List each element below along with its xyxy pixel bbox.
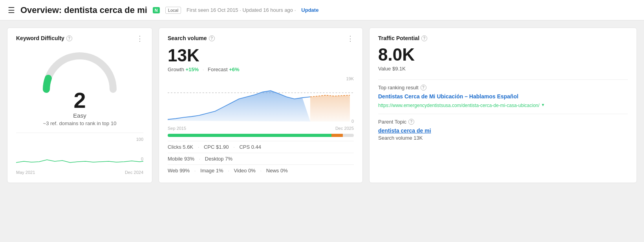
sv-chart-svg: [168, 76, 354, 124]
sv-mobile-value: 93%: [184, 156, 194, 162]
sv-row-content: Web 99% · Image 1% · Video 0% · News 0%: [168, 164, 354, 176]
sv-clicks-value: 5.6K: [183, 144, 193, 150]
sv-axis-end: Dec 2025: [335, 126, 354, 131]
tp-title: Traffic Potential ?: [378, 35, 427, 41]
tp-value: $9.1K: [392, 66, 406, 72]
tp-parent-topic-sub: Search volume 13K: [378, 135, 628, 141]
sv-image-label: Image: [200, 168, 214, 174]
tp-top-ranking-url[interactable]: https://www.emergencydentistsusa.com/den…: [378, 102, 628, 109]
sv-forecast-value: +6%: [229, 67, 239, 72]
sv-min-label: 0: [351, 119, 354, 124]
tp-card-header: Traffic Potential ?: [378, 35, 628, 41]
kd-sub-label: ~3 ref. domains to rank in top 10: [43, 120, 117, 126]
sv-growth-label: Growth: [168, 67, 184, 72]
tp-parent-sub-label: Search volume: [378, 135, 412, 141]
tp-url-text: https://www.emergencydentistsusa.com/den…: [378, 102, 540, 109]
search-volume-card: Search volume ? ⋮ 13K Growth +15% · Fore…: [159, 28, 363, 183]
tp-help-icon[interactable]: ?: [421, 35, 427, 41]
kd-gauge: 2 Easy ~3 ref. domains to rank in top 10: [16, 46, 143, 133]
kd-label: Easy: [73, 112, 86, 119]
traffic-potential-card: Traffic Potential ? 8.0K Value $9.1K Top…: [369, 28, 637, 183]
sv-chart-axis-labels: Sep 2015 Dec 2025: [168, 126, 354, 131]
sv-forecast-label: Forecast: [208, 67, 228, 72]
tp-parent-sub-value: 13K: [413, 135, 423, 141]
sv-video-label: Video: [234, 168, 247, 174]
tp-value-line: Value $9.1K: [378, 66, 628, 72]
tp-top-ranking-help-icon[interactable]: ?: [421, 85, 426, 91]
kd-title: Keyword Difficulty ?: [16, 35, 72, 41]
sv-cps-label: CPS: [239, 144, 250, 150]
sv-title: Search volume ?: [168, 35, 215, 41]
sv-image-value: 1%: [216, 168, 223, 174]
update-button[interactable]: Update: [301, 7, 318, 13]
gauge-svg: [37, 46, 123, 93]
sv-cpc-label: CPC: [204, 144, 214, 150]
header: ☰ Overview: dentista cerca de mi N Local…: [0, 0, 644, 20]
sv-news-value: 0%: [280, 168, 288, 174]
kd-score: 2: [73, 89, 86, 111]
sv-progress-green: [168, 134, 331, 137]
tp-value-label: Value: [378, 66, 391, 72]
sv-growth-value: +15%: [186, 67, 199, 72]
page-title: Overview: dentista cerca de mi: [20, 5, 147, 15]
kd-line-chart-svg: [16, 141, 143, 166]
sv-help-icon[interactable]: ?: [209, 35, 215, 41]
tp-parent-help-icon[interactable]: ?: [408, 119, 414, 125]
tp-parent-topic-label: Parent Topic: [378, 119, 406, 125]
badge-n: N: [153, 7, 160, 13]
tp-parent-topic-section: Parent Topic ? dentista cerca de mi Sear…: [378, 114, 628, 141]
tp-top-ranking-link[interactable]: Dentistas Cerca de Mi Ubicación – Hablam…: [378, 93, 628, 101]
sv-cpc-value: $1.90: [216, 144, 229, 150]
sv-chart-container: 19K: [168, 76, 354, 124]
kd-bottom-section: 100 0 May 2021 Dec 2024: [16, 133, 143, 175]
sv-growth-line: Growth +15% · Forecast +6%: [168, 67, 354, 72]
kd-min-label: 0: [141, 157, 143, 161]
sv-row-clicks: Clicks 5.6K · CPC $1.90 · CPS 0.44: [168, 141, 354, 153]
keyword-difficulty-card: Keyword Difficulty ? ⋮ 2 Easy ~3 ref. do…: [7, 28, 152, 183]
sv-progress-orange: [331, 134, 342, 137]
kd-help-icon[interactable]: ?: [66, 35, 72, 41]
tp-top-ranking-title: Top ranking result ?: [378, 85, 628, 91]
tp-big-number: 8.0K: [378, 45, 628, 64]
tp-top-ranking-section: Top ranking result ? Dentistas Cerca de …: [378, 79, 628, 109]
sv-progress-bar: [168, 134, 354, 137]
kd-axis: May 2021 Dec 2024: [16, 170, 143, 175]
sv-menu-icon[interactable]: ⋮: [347, 35, 354, 42]
tp-url-dropdown-icon[interactable]: ▼: [541, 102, 545, 108]
kd-chart: 100 0: [16, 137, 143, 168]
hamburger-icon[interactable]: ☰: [8, 6, 15, 15]
sv-video-value: 0%: [248, 168, 256, 174]
tp-parent-topic-title: Parent Topic ?: [378, 119, 628, 125]
header-meta: First seen 16 Oct 2015 · Updated 16 hour…: [187, 7, 296, 13]
main-content: Keyword Difficulty ? ⋮ 2 Easy ~3 ref. do…: [0, 20, 644, 190]
sv-desktop-label: Desktop: [205, 156, 224, 162]
tp-top-ranking-label: Top ranking result: [378, 85, 419, 91]
sv-web-label: Web: [168, 168, 178, 174]
kd-max-label: 100: [136, 137, 143, 142]
sv-desktop-value: 7%: [225, 156, 232, 162]
sv-mobile-label: Mobile: [168, 156, 183, 162]
sv-clicks-label: Clicks: [168, 144, 181, 150]
badge-local: Local: [165, 7, 181, 14]
kd-card-header: Keyword Difficulty ? ⋮: [16, 35, 143, 42]
sv-max-label: 19K: [346, 76, 354, 81]
kd-menu-icon[interactable]: ⋮: [136, 35, 143, 42]
sv-news-label: News: [266, 168, 279, 174]
tp-title-text: Traffic Potential: [378, 35, 419, 41]
sv-big-number: 13K: [168, 46, 354, 65]
kd-title-text: Keyword Difficulty: [16, 35, 64, 41]
kd-axis-start: May 2021: [16, 170, 35, 175]
sv-title-text: Search volume: [168, 35, 207, 41]
sv-axis-start: Sep 2015: [168, 126, 186, 131]
sv-cps-value: 0.44: [251, 144, 261, 150]
kd-axis-end: Dec 2024: [125, 170, 143, 175]
sv-row-device: Mobile 93% · Desktop 7%: [168, 153, 354, 164]
tp-parent-topic-link[interactable]: dentista cerca de mi: [378, 127, 431, 134]
sv-web-value: 99%: [179, 168, 190, 174]
sv-card-header: Search volume ? ⋮: [168, 35, 354, 42]
